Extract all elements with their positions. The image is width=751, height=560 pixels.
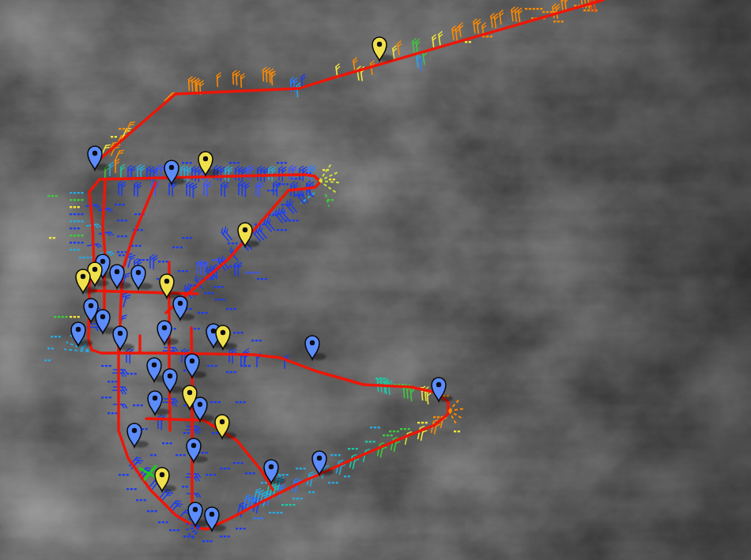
data-label-marks — [365, 441, 376, 442]
pin-hole-icon — [153, 396, 157, 400]
wind-barb-group — [100, 231, 114, 237]
pin-hole-icon — [310, 340, 315, 345]
data-label-marks — [70, 192, 84, 194]
data-label-marks — [281, 504, 296, 506]
wind-barb-group — [86, 204, 100, 209]
data-label-marks — [150, 454, 157, 456]
wind-barb-group — [279, 167, 286, 181]
wind-barb-group — [121, 165, 125, 179]
wind-barb-group — [258, 167, 268, 182]
wind-barb-group — [398, 41, 403, 54]
data-label-marks — [329, 179, 335, 180]
pin-hole-icon — [377, 42, 382, 47]
data-label-marks — [47, 195, 58, 197]
dashed-ray-group — [449, 399, 465, 425]
wind-barb-group — [236, 167, 246, 182]
data-label-marks — [70, 206, 80, 208]
wind-barb-group — [308, 166, 315, 180]
data-label-marks — [251, 340, 262, 341]
wind-barb-group — [439, 32, 444, 45]
data-label-marks — [70, 220, 84, 222]
data-label-marks — [108, 381, 118, 382]
data-label-marks — [70, 249, 80, 250]
data-label-marks — [172, 246, 183, 248]
data-label-marks — [253, 517, 263, 519]
data-label-marks — [525, 8, 542, 9]
pin-hole-icon — [209, 512, 214, 517]
wind-barb-group — [138, 165, 145, 179]
pin-hole-icon — [89, 303, 93, 308]
data-label-marks — [51, 336, 61, 337]
data-label-marks — [54, 316, 68, 318]
data-label-marks — [245, 272, 259, 273]
data-label-marks — [277, 229, 287, 231]
satellite-map-canvas[interactable] — [0, 0, 751, 560]
pin-hole-icon — [118, 331, 123, 336]
data-label-marks — [70, 316, 80, 318]
wind-barb-group — [204, 182, 211, 196]
data-label-marks — [233, 462, 243, 464]
wind-barb-group — [235, 262, 242, 276]
wind-barb-group — [511, 6, 523, 23]
data-label-marks — [245, 472, 255, 474]
data-label-marks — [383, 434, 393, 436]
data-label-marks — [220, 536, 230, 537]
pin-hole-icon — [243, 227, 247, 232]
pin-hole-icon — [269, 464, 274, 469]
wind-barb-group — [232, 70, 240, 85]
wind-barb-group — [474, 18, 482, 33]
data-label-marks — [70, 199, 84, 201]
wind-barb-group — [192, 167, 202, 182]
data-label-marks — [257, 278, 267, 280]
wind-barb-group — [198, 261, 208, 276]
pin-hole-icon — [92, 151, 97, 156]
flight-track-overlay — [0, 0, 751, 560]
wind-barb-group — [240, 73, 244, 87]
data-label-marks — [273, 212, 287, 213]
data-label-marks — [267, 190, 277, 191]
data-label-marks — [70, 242, 84, 243]
wind-barb-group — [296, 83, 301, 96]
data-label-marks — [101, 365, 111, 366]
pin-hole-icon — [193, 507, 198, 512]
wind-barb-group — [217, 73, 221, 86]
wind-barb-group — [553, 3, 561, 18]
data-label-marks — [269, 512, 283, 513]
data-label-marks — [292, 498, 303, 499]
wind-barb-group — [256, 182, 263, 197]
data-label-marks — [183, 536, 194, 537]
wind-barb-group — [269, 167, 276, 181]
data-label-marks — [131, 245, 142, 246]
data-label-marks — [158, 521, 168, 523]
data-label-marks — [308, 491, 315, 493]
pin-hole-icon — [132, 428, 137, 433]
pin-hole-icon — [198, 402, 202, 407]
data-label-marks — [108, 412, 118, 414]
data-label-marks — [175, 454, 186, 456]
data-label-marks — [228, 242, 238, 244]
flight-track-segment — [89, 179, 100, 267]
data-label-marks — [207, 365, 217, 366]
wind-barb-group — [126, 349, 134, 363]
data-label-marks — [119, 474, 129, 475]
data-label-marks — [229, 162, 240, 163]
pin-hole-icon — [100, 259, 105, 264]
wind-barb-group — [115, 160, 119, 173]
data-label-marks — [278, 474, 289, 475]
wind-barb-group — [119, 182, 126, 196]
pin-hole-icon — [211, 329, 216, 333]
data-label-marks — [119, 128, 125, 130]
data-label-marks — [111, 136, 117, 137]
data-label-marks — [147, 510, 157, 512]
pin-hole-icon — [317, 456, 322, 460]
data-label-marks — [344, 475, 350, 477]
data-label-marks — [198, 312, 208, 314]
data-label-marks — [70, 213, 84, 215]
wind-barb-group — [168, 499, 183, 515]
wind-barb-group — [247, 166, 254, 180]
data-label-marks — [202, 540, 213, 542]
pin-hole-icon — [220, 419, 225, 424]
data-label-marks — [215, 299, 225, 300]
dashed-ray-group — [319, 163, 341, 194]
data-label-marks — [169, 529, 179, 531]
